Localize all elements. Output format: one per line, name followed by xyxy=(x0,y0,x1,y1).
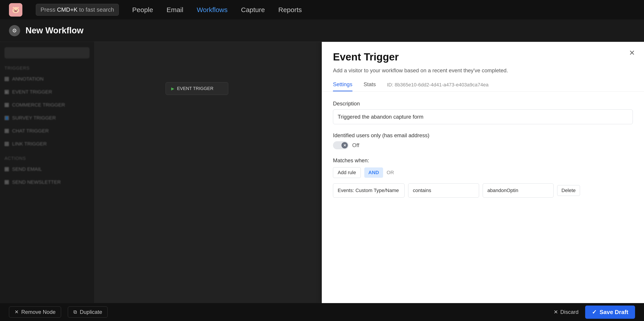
send-newsletter-icon: ✉ xyxy=(4,180,9,184)
send-email-icon: ✉ xyxy=(4,167,9,172)
toggle-track: ✕ xyxy=(333,141,349,149)
bottom-right-actions: ✕ Discard ✓ Save Draft xyxy=(554,306,635,319)
workflow-title: New Workflow xyxy=(26,26,84,35)
sidebar-item-annotation[interactable]: → ANNOTATION xyxy=(0,72,94,86)
annotation-icon: → xyxy=(4,77,9,81)
panel-title: Event Trigger xyxy=(333,51,633,63)
link-trigger-icon: ⁄ xyxy=(4,142,9,146)
workflow-icon: ⚙ xyxy=(9,25,20,36)
or-text[interactable]: OR xyxy=(387,170,394,176)
sidebar-item-link-trigger[interactable]: ⁄ LINK TRIGGER xyxy=(0,138,94,150)
rule-row: Delete xyxy=(333,183,633,198)
panel-header: Event Trigger Add a visitor to your work… xyxy=(322,42,644,92)
and-badge[interactable]: AND xyxy=(364,168,383,178)
triggers-label: Triggers xyxy=(0,64,94,72)
panel-tabs: Settings Stats ID: 8b365e10-6dd2-4d41-a4… xyxy=(333,81,633,91)
bottom-bar: ✕ Remove Node ⧉ Duplicate ✕ Discard ✓ Sa… xyxy=(0,303,644,321)
rule-field-input[interactable] xyxy=(333,183,404,198)
node-play-icon: ▶ xyxy=(171,86,174,91)
nav-links: People Email Workflows Capture Reports xyxy=(132,6,302,14)
nav-email[interactable]: Email xyxy=(166,6,183,14)
top-nav: 🐷 Press CMD+K to fast search People Emai… xyxy=(0,0,644,20)
discard-button[interactable]: ✕ Discard xyxy=(554,309,578,315)
identified-users-label: Identified users only (has email address… xyxy=(333,132,633,138)
chat-trigger-icon: ⚙ xyxy=(4,129,9,133)
sidebar-item-send-newsletter[interactable]: ✉ SEND NEWSLETTER xyxy=(0,176,94,189)
bottom-left-actions: ✕ Remove Node ⧉ Duplicate xyxy=(9,306,108,318)
sidebar-item-commerce-trigger[interactable]: ⊞ COMMERCE TRIGGER xyxy=(0,98,94,112)
nav-reports[interactable]: Reports xyxy=(278,6,302,14)
rule-value-input[interactable] xyxy=(483,183,554,198)
delete-rule-button[interactable]: Delete xyxy=(557,185,580,196)
actions-label: Actions xyxy=(0,154,94,163)
sidebar-item-send-email[interactable]: ✉ SEND EMAIL xyxy=(0,163,94,176)
add-rule-button[interactable]: Add rule xyxy=(333,167,361,178)
tab-stats[interactable]: Stats xyxy=(364,81,376,91)
toggle-off-label: Off xyxy=(352,142,359,148)
survey-trigger-icon: 👤 xyxy=(4,116,9,120)
sidebar-item-chat-trigger[interactable]: ⚙ CHAT TRIGGER xyxy=(0,124,94,138)
duplicate-icon: ⧉ xyxy=(74,309,77,315)
sidebar-search[interactable] xyxy=(4,47,90,58)
matches-when-label: Matches when: xyxy=(333,157,633,164)
tab-id: ID: 8b365e10-6dd2-4d41-a473-e403a9ca74ea xyxy=(387,82,488,91)
remove-icon: ✕ xyxy=(14,309,18,315)
event-trigger-panel: ✕ Event Trigger Add a visitor to your wo… xyxy=(322,42,644,303)
save-draft-icon: ✓ xyxy=(592,309,597,316)
description-field-group: Description xyxy=(333,100,633,124)
nav-capture[interactable]: Capture xyxy=(241,6,265,14)
description-input[interactable] xyxy=(333,110,633,124)
sidebar-item-event-trigger[interactable]: ▶ EVENT TRIGGER xyxy=(0,86,94,98)
nav-people[interactable]: People xyxy=(132,6,153,14)
canvas-area[interactable]: ▶ EVENT TRIGGER ✕ Event Trigger Add a vi… xyxy=(94,42,644,303)
toggle-row: ✕ Off xyxy=(333,141,633,149)
workflow-header: ⚙ New Workflow xyxy=(0,20,644,42)
event-trigger-icon: ▶ xyxy=(4,90,9,94)
sidebar-item-survey-trigger[interactable]: 👤 SURVEY TRIGGER xyxy=(0,112,94,124)
commerce-trigger-icon: ⊞ xyxy=(4,103,9,107)
discard-icon: ✕ xyxy=(554,309,558,315)
matches-when-group: Matches when: Add rule AND OR Delete xyxy=(333,157,633,198)
identified-users-field-group: Identified users only (has email address… xyxy=(333,132,633,149)
remove-node-button[interactable]: ✕ Remove Node xyxy=(9,306,61,318)
app-logo: 🐷 xyxy=(9,3,22,16)
search-bar[interactable]: Press CMD+K to fast search xyxy=(36,4,119,16)
rule-operator-input[interactable] xyxy=(408,183,479,198)
toggle-thumb: ✕ xyxy=(342,142,348,148)
canvas-event-trigger-node[interactable]: ▶ EVENT TRIGGER xyxy=(166,82,228,95)
main-layout: Triggers → ANNOTATION ▶ EVENT TRIGGER ⊞ … xyxy=(0,42,644,303)
identified-users-toggle[interactable]: ✕ xyxy=(333,141,349,149)
panel-subtitle: Add a visitor to your workflow based on … xyxy=(333,66,633,74)
nav-workflows[interactable]: Workflows xyxy=(197,6,228,14)
panel-body: Description Identified users only (has e… xyxy=(322,92,644,303)
duplicate-button[interactable]: ⧉ Duplicate xyxy=(68,306,108,318)
sidebar: Triggers → ANNOTATION ▶ EVENT TRIGGER ⊞ … xyxy=(0,42,94,303)
panel-close-button[interactable]: ✕ xyxy=(629,48,635,57)
tab-settings[interactable]: Settings xyxy=(333,81,352,91)
save-draft-button[interactable]: ✓ Save Draft xyxy=(585,306,635,319)
description-label: Description xyxy=(333,100,633,107)
rule-controls: Add rule AND OR xyxy=(333,167,633,178)
